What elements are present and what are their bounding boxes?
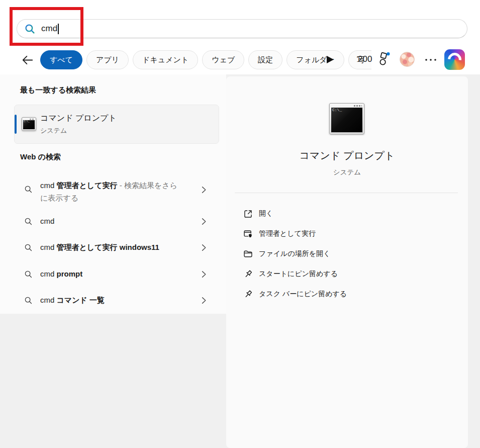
search-suggestion-icon [24, 296, 33, 305]
copilot-icon[interactable] [444, 49, 465, 70]
best-match-section-title: 最も一致する検索結果 [20, 85, 96, 95]
suggestion-query: cmd [40, 181, 54, 190]
details-panel: C:\_ コマンド プロンプト システム 開く 管理者として実行 [226, 76, 468, 448]
chevron-right-icon [201, 186, 207, 194]
tab-web[interactable]: ウェブ [202, 50, 244, 69]
pin-to-start-icon [243, 269, 253, 280]
web-search-section-title: Web の検索 [20, 152, 61, 162]
chevron-right-icon [201, 271, 207, 278]
annotation-red-box [10, 7, 83, 46]
topbar: cmd すべて アプリ ドキュメント ウェブ 設定 フォルダー 写 200 [0, 0, 480, 74]
cmd-app-icon: C:\_ [22, 117, 36, 131]
run-as-admin-icon [243, 229, 253, 239]
details-app-type: システム [226, 168, 468, 177]
suggestion-query: cmd [40, 296, 54, 304]
chevron-right-icon [201, 244, 207, 251]
play-icon[interactable] [326, 55, 334, 64]
cmd-app-icon-large: C:\_ [329, 103, 364, 134]
action-pin-to-taskbar[interactable]: タスク バーにピン留めする [226, 284, 468, 304]
rewards-points[interactable]: 200 [358, 54, 372, 64]
back-button[interactable] [21, 54, 34, 67]
tab-documents[interactable]: ドキュメント [133, 50, 198, 69]
action-pin-to-start[interactable]: スタートにピン留めする [226, 264, 468, 284]
search-suggestion-icon [24, 270, 33, 279]
best-match-result[interactable]: C:\_ コマンド プロンプト システム [14, 105, 219, 144]
search-suggestion-icon [24, 217, 33, 226]
suggestion-query: cmd [40, 217, 54, 225]
search-suggestion-icon [24, 243, 33, 252]
best-match-app-name: コマンド プロンプト [40, 113, 117, 124]
best-match-app-type: システム [40, 126, 67, 135]
chevron-right-icon [201, 297, 207, 304]
tab-all[interactable]: すべて [40, 50, 82, 69]
selection-accent-bar [15, 115, 17, 134]
search-input[interactable]: cmd [17, 19, 467, 38]
action-run-as-admin[interactable]: 管理者として実行 [226, 224, 468, 244]
action-open[interactable]: 開く [226, 204, 468, 224]
chevron-right-icon [201, 218, 207, 225]
action-open-file-location[interactable]: ファイルの場所を開く [226, 244, 468, 264]
tab-settings[interactable]: 設定 [248, 50, 282, 69]
open-file-location-icon [243, 249, 253, 259]
tab-apps[interactable]: アプリ [86, 50, 129, 69]
more-options-button[interactable] [424, 56, 438, 63]
suggestion-query: cmd [40, 243, 54, 251]
tab-folders[interactable]: フォルダー [286, 50, 344, 69]
rewards-icon[interactable] [376, 51, 391, 67]
filter-tab-row: すべて アプリ ドキュメント ウェブ 設定 フォルダー 写 [40, 50, 371, 70]
user-avatar[interactable] [400, 52, 415, 67]
search-suggestion-icon [24, 185, 33, 194]
open-external-icon [243, 209, 253, 219]
divider [235, 193, 458, 193]
details-app-name: コマンド プロンプト [226, 149, 468, 162]
pin-to-taskbar-icon [243, 289, 253, 300]
suggestion-query: cmd [40, 270, 54, 278]
search-flyout-window: cmd すべて アプリ ドキュメント ウェブ 設定 フォルダー 写 200 [0, 0, 480, 448]
